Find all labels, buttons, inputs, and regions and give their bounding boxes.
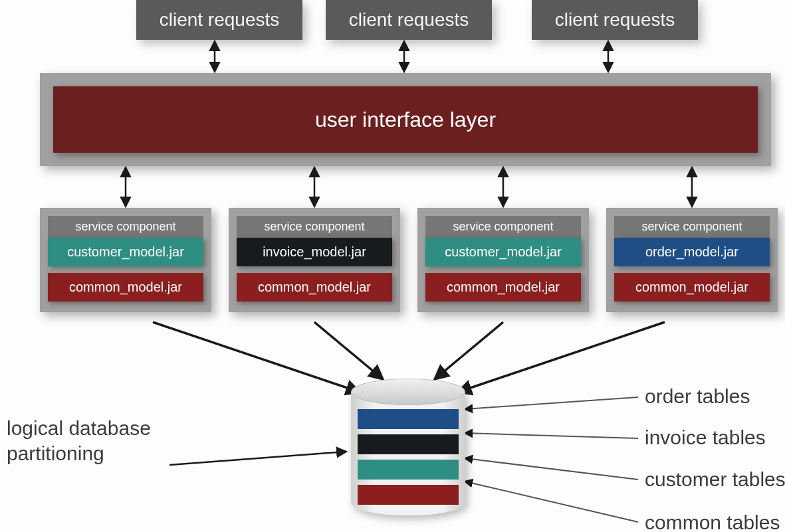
service-component-header: service component xyxy=(425,216,581,238)
service-component: service component order_model.jar common… xyxy=(606,208,778,312)
ui-layer: user interface layer xyxy=(53,86,758,153)
model-jar: invoice_model.jar xyxy=(237,238,392,266)
client-requests-label: client requests xyxy=(555,9,675,31)
svg-line-13 xyxy=(465,433,638,438)
svg-line-14 xyxy=(465,458,638,480)
db-slice-customer xyxy=(358,460,459,480)
service-component-header: service component xyxy=(614,216,770,238)
database-body xyxy=(351,392,465,515)
svg-line-8 xyxy=(314,322,382,379)
client-requests-box: client requests xyxy=(532,0,698,40)
model-jar: customer_model.jar xyxy=(48,238,203,266)
client-requests-label: client requests xyxy=(349,9,469,31)
ui-layer-container: user interface layer xyxy=(40,73,771,166)
svg-line-10 xyxy=(459,322,665,392)
db-slice-common xyxy=(358,485,459,505)
order-tables-label: order tables xyxy=(645,385,750,408)
common-jar: common_model.jar xyxy=(237,273,392,302)
client-requests-box: client requests xyxy=(136,0,302,40)
svg-line-11 xyxy=(169,452,346,465)
common-jar: common_model.jar xyxy=(425,273,581,302)
service-component: service component customer_model.jar com… xyxy=(40,208,211,312)
client-requests-box: client requests xyxy=(326,0,492,40)
model-jar: customer_model.jar xyxy=(425,238,581,266)
db-slice-order xyxy=(358,409,459,429)
service-component-header: service component xyxy=(237,216,392,238)
ui-layer-label: user interface layer xyxy=(315,108,496,132)
database-top xyxy=(351,379,465,405)
svg-line-9 xyxy=(435,322,503,379)
partition-label: logical databasepartitioning xyxy=(7,416,151,466)
database-icon xyxy=(351,379,465,515)
customer-tables-label: customer tables xyxy=(645,468,785,491)
invoice-tables-label: invoice tables xyxy=(645,426,766,449)
svg-line-7 xyxy=(153,322,359,392)
common-jar: common_model.jar xyxy=(614,273,770,302)
client-requests-label: client requests xyxy=(160,9,280,31)
common-jar: common_model.jar xyxy=(48,273,203,302)
service-component: service component invoice_model.jar comm… xyxy=(229,208,400,312)
db-slice-invoice xyxy=(358,434,459,454)
svg-line-12 xyxy=(465,397,638,409)
model-jar: order_model.jar xyxy=(614,238,770,266)
svg-line-15 xyxy=(465,482,638,522)
common-tables-label: common tables xyxy=(645,511,780,532)
service-component: service component customer_model.jar com… xyxy=(417,208,589,312)
service-component-header: service component xyxy=(48,216,203,238)
